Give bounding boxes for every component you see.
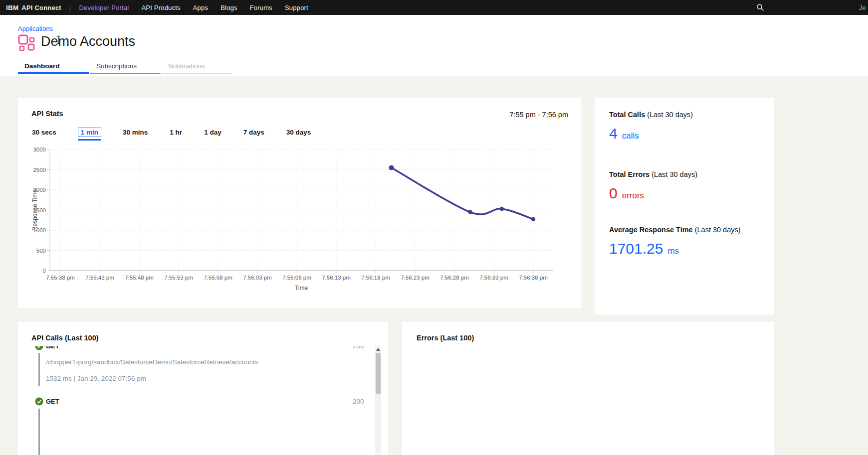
svg-text:7:56:23 pm: 7:56:23 pm [401,275,430,281]
page-tabs: Dashboard Subscriptions Notifications [18,59,232,74]
call-method: GET [46,398,59,405]
call-status: 200 [353,398,364,405]
total-calls-value: 4 [609,125,618,142]
nav-separator: | [69,4,71,11]
nav-item-forums[interactable]: Forums [250,4,272,11]
svg-text:7:55:48 pm: 7:55:48 pm [125,275,154,281]
svg-text:7:55:38 pm: 7:55:38 pm [46,275,75,281]
api-calls-card: API Calls (Last 100) GET 200 /chopper1-p… [18,322,388,455]
avg-response-value: 1701.25 [609,240,663,257]
avg-response-stat: Average Response Time (Last 30 days) 170… [609,226,764,257]
tab-dashboard[interactable]: Dashboard [18,59,89,74]
total-errors-value: 0 [609,185,618,202]
tab-notifications[interactable]: Notifications [162,59,232,74]
svg-text:Time: Time [295,285,308,292]
call-status: 200 [353,346,364,350]
svg-text:7:56:28 pm: 7:56:28 pm [440,275,469,281]
api-calls-title: API Calls (Last 100) [31,334,99,342]
text-cursor-icon [55,35,61,44]
total-errors-stat: Total Errors (Last 30 days) 0errors [609,170,764,202]
call-path: /chopper1-porg/sandbox/SalesforceDemo/Sa… [46,358,258,366]
api-stats-chart: 0500100015002000250030007:55:38 pm7:55:4… [18,98,581,308]
product-name: API Connect [21,4,61,11]
svg-text:7:56:38 pm: 7:56:38 pm [519,275,548,281]
tab-subscriptions[interactable]: Subscriptions [90,59,161,74]
nav-item-support[interactable]: Support [285,4,308,11]
user-name-clipped[interactable]: Je [859,4,866,11]
ibm-logo: IBM [6,4,18,11]
svg-text:7:55:58 pm: 7:55:58 pm [204,275,232,281]
nav-item-blogs[interactable]: Blogs [220,4,237,11]
nav-item-apps[interactable]: Apps [193,4,208,11]
svg-text:7:55:43 pm: 7:55:43 pm [85,275,114,281]
svg-text:Response Time: Response Time [31,189,38,231]
breadcrumb[interactable]: Applications [18,25,53,32]
page: IBM API Connect | Developer Portal API P… [0,0,868,455]
svg-text:7:56:18 pm: 7:56:18 pm [361,275,390,281]
svg-text:500: 500 [36,248,46,254]
svg-text:3000: 3000 [33,147,46,152]
call-detail-bar [38,353,40,386]
nav-item-api-products[interactable]: API Products [141,4,180,11]
total-calls-stat: Total Calls (Last 30 days) 4calls [609,111,764,142]
success-check-icon [35,346,43,350]
call-meta: 1532 ms | Jan 29, 2022 07:56 pm [46,375,146,382]
api-calls-list: GET 200 /chopper1-porg/sandbox/Salesforc… [18,346,388,455]
svg-text:7:56:08 pm: 7:56:08 pm [282,275,311,281]
svg-text:7:55:53 pm: 7:55:53 pm [164,275,193,281]
svg-text:7:56:03 pm: 7:56:03 pm [243,275,272,281]
list-scrollbar-thumb[interactable] [376,353,381,394]
svg-text:7:56:13 pm: 7:56:13 pm [322,275,351,281]
success-check-icon [35,397,43,406]
application-squares-icon [18,34,35,51]
api-stats-card: API Stats 7:55 pm - 7:56 pm 30 secs 1 mi… [18,98,581,308]
top-nav: IBM API Connect | Developer Portal API P… [0,0,868,15]
summary-card: Total Calls (Last 30 days) 4calls Total … [595,98,774,314]
errors-title: Errors (Last 100) [417,334,474,342]
svg-text:7:56:33 pm: 7:56:33 pm [479,275,508,281]
scrollbar-up-arrow[interactable] [375,347,381,352]
search-icon[interactable] [756,3,764,11]
svg-text:2500: 2500 [33,167,46,173]
call-detail-bar [38,409,40,455]
nav-item-developer-portal[interactable]: Developer Portal [79,4,129,11]
svg-text:0: 0 [43,268,46,274]
call-method: GET [46,346,59,350]
errors-card: Errors (Last 100) [402,322,774,455]
